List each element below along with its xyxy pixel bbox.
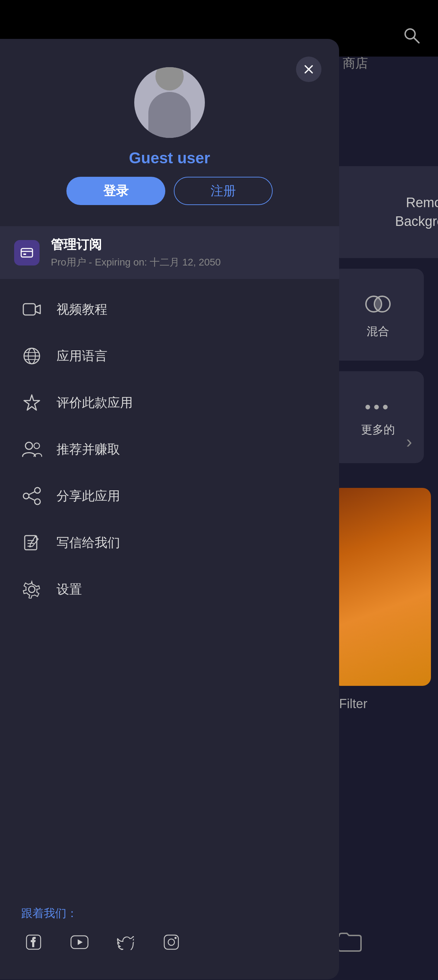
sidebar-drawer: Guest user 登录 注册 管理订阅 Pro用户 - Expiring o… <box>0 39 339 979</box>
menu-label-language: 应用语言 <box>57 347 107 365</box>
svg-rect-6 <box>21 248 32 257</box>
sidebar-item-rate-app[interactable]: 评价此款应用 <box>0 379 339 426</box>
search-button[interactable] <box>399 23 424 48</box>
svg-marker-29 <box>78 939 83 945</box>
register-button[interactable]: 注册 <box>174 177 273 205</box>
sub-subtitle: Pro用户 - Expiring on: 十二月 12, 2050 <box>51 256 221 269</box>
facebook-icon[interactable] <box>21 930 46 955</box>
instagram-icon[interactable] <box>159 930 184 955</box>
svg-point-19 <box>35 499 40 504</box>
sidebar-item-write-us[interactable]: 写信给我们 <box>0 519 339 566</box>
settings-icon <box>21 579 42 600</box>
subscription-icon <box>14 240 40 266</box>
sidebar-item-share-app[interactable]: 分享此应用 <box>0 473 339 519</box>
follow-section: 跟着我们： <box>0 895 339 958</box>
menu-label-share: 分享此应用 <box>57 487 120 505</box>
share-icon <box>21 485 42 507</box>
sidebar-item-app-language[interactable]: 应用语言 <box>0 332 339 379</box>
svg-point-18 <box>23 493 29 499</box>
people-icon <box>21 439 42 460</box>
video-icon <box>21 299 42 320</box>
menu-items: 视频教程 应用语言 评价此款应用 <box>0 279 339 895</box>
star-icon <box>21 392 42 413</box>
youtube-icon[interactable] <box>67 930 92 955</box>
photo-preview <box>332 488 431 686</box>
more-label: 更多的 <box>361 422 395 438</box>
menu-label-refer: 推荐并赚取 <box>57 441 120 458</box>
globe-icon <box>21 345 42 367</box>
write-icon <box>21 532 42 553</box>
avatar <box>134 67 205 138</box>
remove-bg-card[interactable]: Remove Background <box>332 166 438 258</box>
remove-bg-line1: Remove <box>406 193 438 212</box>
svg-point-17 <box>35 487 40 493</box>
sub-title: 管理订阅 <box>51 236 221 253</box>
svg-marker-14 <box>24 395 40 410</box>
menu-label-settings: 设置 <box>57 581 82 598</box>
menu-label-rate: 评价此款应用 <box>57 394 133 412</box>
auth-buttons: 登录 注册 <box>67 177 273 205</box>
close-button[interactable] <box>296 57 321 82</box>
sidebar-item-refer-earn[interactable]: 推荐并赚取 <box>0 426 339 473</box>
svg-point-15 <box>25 442 32 449</box>
filter-label: Filter <box>339 697 367 711</box>
remove-bg-line2: Background <box>395 212 438 231</box>
svg-line-20 <box>29 492 35 495</box>
svg-point-16 <box>34 443 40 449</box>
follow-label: 跟着我们： <box>21 906 318 921</box>
sidebar-item-video-tutorial[interactable]: 视频教程 <box>0 286 339 332</box>
twitter-icon[interactable] <box>113 930 138 955</box>
avatar-section: Guest user 登录 注册 <box>0 39 339 219</box>
svg-rect-8 <box>23 304 35 315</box>
guest-label: Guest user <box>129 149 210 167</box>
svg-line-1 <box>414 38 419 43</box>
manage-subscription[interactable]: 管理订阅 Pro用户 - Expiring on: 十二月 12, 2050 <box>0 226 339 279</box>
subscription-text: 管理订阅 Pro用户 - Expiring on: 十二月 12, 2050 <box>51 236 221 269</box>
sidebar-item-settings[interactable]: 设置 <box>0 566 339 612</box>
login-button[interactable]: 登录 <box>67 177 165 205</box>
blend-label: 混合 <box>367 324 389 339</box>
svg-point-26 <box>29 586 35 592</box>
blend-card[interactable]: 混合 <box>332 269 424 361</box>
svg-point-31 <box>168 939 175 945</box>
social-icons <box>21 930 318 955</box>
menu-label-video: 视频教程 <box>57 301 107 318</box>
store-label: 商店 <box>343 55 368 72</box>
svg-point-32 <box>175 937 177 939</box>
chevron-right-icon[interactable]: › <box>406 431 412 452</box>
menu-label-write: 写信给我们 <box>57 534 120 552</box>
svg-line-21 <box>29 498 35 500</box>
svg-rect-7 <box>23 253 26 255</box>
